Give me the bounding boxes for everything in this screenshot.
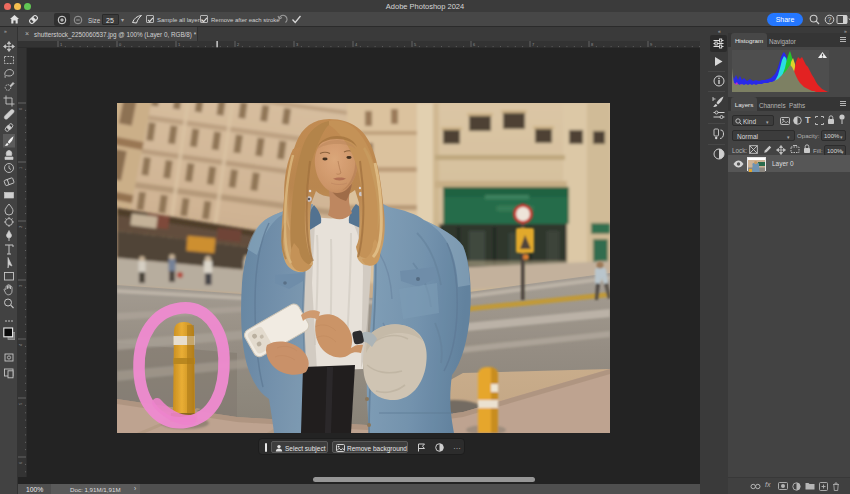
svg-text:?: ? [828, 16, 832, 23]
